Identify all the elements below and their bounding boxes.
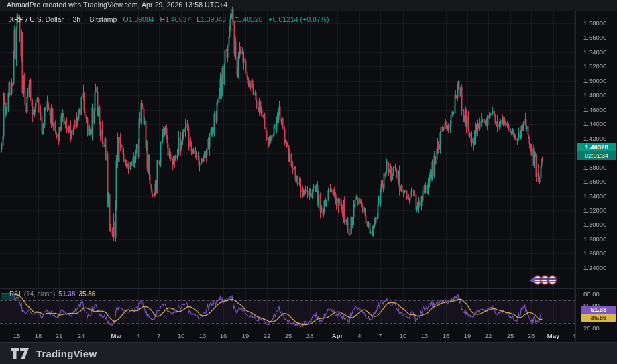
brand-name[interactable]: TradingView [36,348,97,359]
time-axis-label: Apr [332,332,343,339]
open-value: O1.39084 [123,15,154,23]
chart-window: AhmadPro created with TradingView.com, A… [0,0,617,364]
rsi-ma-value-tag: 35.86 [581,314,616,322]
symbol-legend[interactable]: XRP / U.S. Dollar · 3h · Bitstamp O1.390… [9,15,329,23]
time-axis-label: 28 [528,332,535,339]
rsi-value-tag: 51.38 [581,306,616,314]
brand-bar: TradingView [0,342,617,364]
time-axis-label: 16 [443,332,450,339]
time-axis-label: 7 [378,332,382,339]
time-axis-label: May [547,332,559,339]
exchange-label: Bitstamp [90,15,117,23]
time-axis-label: 16 [220,332,227,339]
time-axis-label: 7 [157,332,160,339]
time-axis-label: 22 [264,332,271,339]
rsi-title: RSI [9,290,21,298]
time-axis-label: 19 [464,332,471,339]
time-axis-label: 28 [306,332,314,339]
time-axis-label: 10 [400,332,407,339]
time-axis-label: 25 [507,332,514,339]
time-axis-label: 19 [242,332,249,339]
watermark-text: AhmadPro created with TradingView.com, A… [7,1,227,9]
time-axis-label: 13 [199,332,207,339]
low-value: L1.39043 [197,15,226,23]
legend-separator: · [84,15,87,23]
time-axis-label: 10 [178,332,185,339]
last-price-tag: 1.40328 02:01:34 [577,143,616,160]
change-value: +0.01214 (+0.87%) [269,15,329,23]
time-axis-label: 24 [78,332,85,339]
time-axis-label: 18 [35,332,42,339]
chart-canvas[interactable] [0,0,617,364]
time-axis-label: 22 [485,332,492,339]
time-axis-label: Mar [111,332,123,339]
bar-countdown: 02:01:34 [577,151,616,160]
rsi-params: (14, close) [24,290,56,298]
close-value: C1.40328 [232,15,263,23]
high-value: H1.40637 [160,15,191,23]
time-axis-label: 25 [285,332,292,339]
time-axis-label: 4 [572,332,575,339]
last-price-value: 1.40328 [577,143,616,151]
arrow-icon [529,278,535,283]
interval-label[interactable]: 3h [72,15,80,23]
legend-separator: · [67,15,70,23]
time-axis-label: 4 [357,332,361,339]
tradingview-logo-icon[interactable] [11,348,31,359]
time-axis-label: 13 [421,332,429,339]
rsi-value: 51.38 [58,290,75,298]
rsi-legend[interactable]: RSI (14, close) 51.38 35.86 [9,290,95,298]
time-axis-label: 21 [56,332,63,339]
sticker-badges [529,275,557,285]
flag-badge-icon [547,275,557,285]
time-axis[interactable]: 15182124Mar4710131619222528Apr4710131619… [0,330,575,342]
time-axis-label: 4 [136,332,139,339]
symbol-name[interactable]: XRP / U.S. Dollar [9,15,64,23]
time-axis-label: 15 [13,332,21,339]
rsi-ma-value: 35.86 [78,290,95,298]
